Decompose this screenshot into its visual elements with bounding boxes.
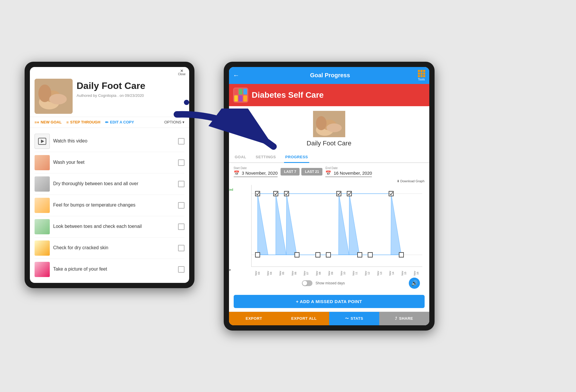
close-button[interactable]: ✕ Close (178, 69, 186, 76)
x-label: Nov 12 (361, 269, 373, 277)
item-checkbox[interactable] (178, 159, 184, 166)
edit-copy-button[interactable]: ✏ EDIT A COPY (105, 120, 134, 125)
category-icon-grid (233, 87, 248, 103)
x-label: Nov 06 (288, 269, 300, 277)
missed-sound-row: Show missed days 🔊 (234, 277, 425, 289)
chart-svg (252, 185, 422, 267)
item-text: Check for dry cracked skin (53, 245, 175, 251)
svg-marker-17 (276, 193, 286, 255)
tabs-row: GOAL SETTINGS PROGRESS (229, 152, 429, 163)
back-button[interactable]: ← (233, 72, 240, 79)
svg-rect-38 (316, 252, 320, 257)
tools-dot (421, 75, 423, 77)
stats-button[interactable]: 〜 STATS (329, 312, 379, 325)
edit-copy-label: EDIT A COPY (110, 120, 134, 124)
cat-cell (239, 95, 242, 102)
start-date-input[interactable]: 📅 3 November, 2020 (234, 170, 278, 177)
show-missed-toggle[interactable] (302, 280, 312, 286)
options-button[interactable]: OPTIONS ▾ (164, 120, 184, 124)
right-screen: ← Goal Progress Tools (229, 67, 429, 325)
pic-thumb (35, 262, 50, 277)
left-tablet: ✕ Close Daily Foot Care Authored (25, 62, 194, 288)
end-date-value: 16 November, 2020 (334, 171, 372, 176)
left-screen: ✕ Close Daily Foot Care Authored (30, 67, 189, 283)
end-date-label: End Date (325, 166, 372, 170)
new-goal-icon: ≡+ (35, 120, 39, 125)
share-button[interactable]: ⤴ SHARE (379, 312, 429, 325)
look-thumb (35, 219, 50, 234)
sound-button[interactable]: 🔊 (409, 278, 420, 289)
item-checkbox[interactable] (178, 202, 184, 209)
export-button[interactable]: EXPORT (229, 312, 279, 325)
start-date-label: Start Date (234, 166, 278, 170)
svg-rect-31 (274, 191, 278, 196)
nav-title: Goal Progress (242, 72, 418, 79)
item-checkbox[interactable] (178, 245, 184, 251)
svg-rect-30 (255, 191, 260, 196)
step-through-button[interactable]: ≡ STEP THROUGH (66, 120, 100, 125)
tools-dot (418, 70, 420, 72)
item-checkbox[interactable] (178, 266, 184, 273)
x-label: Nov 11 (349, 269, 361, 277)
date-row: Start Date 📅 3 November, 2020 LAST 7 LAS… (234, 166, 425, 177)
tools-dot (421, 73, 423, 75)
tab-settings[interactable]: SETTINGS (254, 152, 277, 163)
edit-copy-icon: ✏ (105, 120, 109, 125)
download-graph-link[interactable]: ⬇ Download Graph (397, 179, 425, 183)
item-checkbox[interactable] (178, 138, 184, 145)
item-text: Wash your feet (53, 159, 175, 166)
last7-button[interactable]: LAST 7 (281, 168, 300, 176)
tools-label: Tools (418, 78, 425, 81)
nav-bar: ← Goal Progress Tools (229, 67, 429, 84)
svg-marker-18 (286, 193, 297, 255)
step-through-icon: ≡ (66, 120, 69, 125)
tab-goal[interactable]: GOAL (234, 152, 248, 163)
end-date-field: End Date 📅 16 November, 2020 (325, 166, 372, 177)
end-date-input[interactable]: 📅 16 November, 2020 (325, 170, 372, 177)
svg-marker-6 (41, 140, 44, 143)
x-label: Nov 04 (263, 269, 276, 277)
chart-completed-label: Completed (229, 188, 233, 191)
svg-point-11 (316, 116, 327, 130)
item-checkbox[interactable] (178, 181, 184, 187)
list-item: Dry thoroughly between toes and all over (35, 173, 184, 195)
x-axis-labels: Nov 03 Nov 04 Nov 05 Nov 06 Nov 07 Nov 0… (251, 269, 422, 277)
header-thumbnail (35, 79, 73, 114)
list-item: Feel for bumps or temperature changes (35, 195, 184, 216)
svg-rect-41 (368, 252, 372, 257)
item-checkbox[interactable] (178, 223, 184, 230)
x-label: Nov 08 (312, 269, 324, 277)
svg-rect-42 (399, 252, 404, 257)
new-goal-label: NEW GOAL (41, 120, 62, 124)
options-chevron-icon: ▾ (182, 120, 184, 124)
x-label: Nov 14 (385, 269, 398, 277)
stats-icon: 〜 (345, 316, 349, 321)
x-label: Nov 16 (410, 269, 422, 277)
chart-container: Completed Not Done (234, 185, 425, 277)
feel-thumb (35, 198, 50, 213)
list-item: Watch this video (35, 131, 184, 152)
x-label: Nov 09 (324, 269, 337, 277)
tools-dot (423, 73, 425, 75)
svg-marker-24 (349, 193, 359, 255)
svg-point-4 (49, 94, 67, 104)
options-label: OPTIONS (164, 120, 182, 124)
add-missed-button[interactable]: + ADD A MISSED DATA POINT (234, 295, 425, 308)
tab-progress[interactable]: PROGRESS (284, 152, 309, 163)
cat-cell (243, 95, 247, 102)
right-tablet: ← Goal Progress Tools (224, 62, 435, 331)
export-all-button[interactable]: EXPORT ALL (279, 312, 329, 325)
x-label: Nov 10 (337, 269, 349, 277)
last21-button[interactable]: LAST 21 (301, 168, 322, 176)
cat-cell (234, 89, 238, 95)
tools-button[interactable]: Tools (418, 70, 425, 81)
action-bar: ≡+ NEW GOAL ≡ STEP THROUGH ✏ EDIT A COPY… (30, 117, 189, 128)
tools-dot (418, 73, 420, 75)
new-goal-button[interactable]: ≡+ NEW GOAL (35, 120, 62, 125)
item-text: Dry thoroughly between toes and all over (53, 181, 175, 187)
preset-buttons: LAST 7 LAST 21 (281, 168, 322, 176)
check-thumb (35, 240, 50, 256)
video-thumb (35, 134, 50, 149)
goal-author: Authored by Cognitopia . on 09/23/2020 (77, 93, 184, 98)
list-item: Look between toes and check each toenail (35, 216, 184, 238)
